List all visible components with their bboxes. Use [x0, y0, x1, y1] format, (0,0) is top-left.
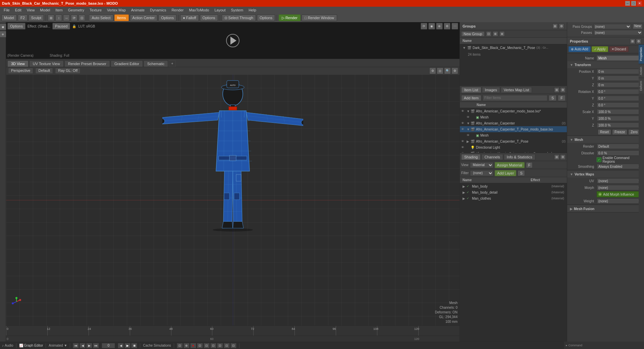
options-btn-1[interactable]: Options — [158, 14, 176, 21]
tab-schematic[interactable]: Schematic — [144, 60, 168, 67]
apply-btn[interactable]: ✓ Apply — [592, 46, 608, 52]
groups-settings-icon[interactable]: ⚙ — [559, 23, 564, 29]
auto-add-btn[interactable]: ⊕ Auto Add — [569, 46, 591, 52]
perspective-btn[interactable]: Perspective — [8, 68, 33, 74]
sh-check-0[interactable]: ✓ — [467, 185, 471, 188]
sh-check-2[interactable]: ✓ — [467, 197, 471, 200]
command-input[interactable] — [584, 344, 642, 347]
transport-6[interactable]: ⊡ — [210, 343, 216, 348]
falloff-btn[interactable]: ● Falloff — [180, 14, 199, 21]
il-settings-icon[interactable]: ⚙ — [560, 87, 566, 93]
maximize-button[interactable]: □ — [631, 1, 636, 6]
view-cube[interactable] — [11, 297, 21, 307]
groups-icon-1[interactable]: ⊡ — [486, 31, 491, 37]
options-btn-2[interactable]: Options — [200, 14, 218, 21]
items-btn[interactable]: Items — [114, 14, 129, 21]
frame-input[interactable] — [102, 343, 115, 348]
tab-render-preset[interactable]: Render Preset Browser — [64, 60, 110, 67]
zero-btn[interactable]: Zero — [628, 129, 640, 135]
eye-icon-5[interactable]: 👁 — [461, 140, 466, 143]
prop-morph-value[interactable]: (none) ▼ — [597, 185, 641, 190]
sh-expand-icon[interactable]: ⊞ — [554, 154, 559, 160]
il-expand-7[interactable]: ▼ — [467, 152, 470, 153]
animated-dropdown[interactable]: Animated ▼ — [49, 344, 67, 347]
timeline-ruler-2[interactable]: 0 60 120 — [6, 336, 460, 342]
il-f-btn[interactable]: F — [558, 95, 566, 101]
prop-smoothing-value[interactable]: Always Enabled ▼ — [597, 164, 641, 169]
tool-icon-4[interactable]: ⟳ — [71, 14, 77, 21]
sh-expand-2[interactable]: ▶ — [463, 197, 467, 200]
menu-system[interactable]: System — [228, 8, 246, 12]
add-morph-influence-btn[interactable]: + Add Morph Influence — [597, 191, 641, 197]
menu-help[interactable]: Help — [246, 8, 259, 12]
menu-view[interactable]: View — [24, 8, 37, 12]
item-list-tree[interactable]: 👁 ▼ 🎬 Afro_American_Carpenter_modo_base.… — [460, 108, 567, 153]
preview-play-button[interactable] — [226, 34, 239, 47]
pb-play-btn[interactable]: ▶ — [124, 343, 130, 348]
groups-icon-2[interactable]: ⊕ — [493, 31, 498, 37]
menu-model[interactable]: Model — [38, 8, 52, 12]
prop-render-value[interactable]: Default ▼ — [597, 144, 641, 149]
preview-icon-1[interactable]: ⟳ — [421, 23, 427, 30]
menu-geometry[interactable]: Geometry — [66, 8, 87, 12]
tab-images[interactable]: Images — [482, 87, 500, 93]
menu-file[interactable]: File — [1, 8, 12, 12]
assign-material-btn[interactable]: Assign Material — [495, 162, 525, 168]
vtab-action[interactable]: Action — [639, 64, 644, 78]
menu-animate[interactable]: Animate — [129, 8, 147, 12]
pass-groups-select[interactable]: (none) — [593, 24, 631, 29]
f2-tab[interactable]: F2 — [18, 14, 28, 21]
mesh-section-header[interactable]: ▼ Mesh — [567, 136, 644, 143]
il-expand-icon[interactable]: ⊞ — [554, 87, 559, 93]
sh-row-man-body[interactable]: ▶ ✓ Man_body (Material) — [460, 183, 567, 189]
tab-uv-texture[interactable]: UV Texture View — [29, 60, 64, 67]
eye-icon-0[interactable]: 👁 — [461, 109, 466, 113]
filter-items-input[interactable] — [483, 95, 547, 101]
sh-row-man-clothes[interactable]: ▶ ✓ Man_clothes (Material) — [460, 195, 567, 201]
groups-icon-3[interactable]: ⊗ — [499, 31, 505, 37]
prop-rot-y-value[interactable]: 0.0 ° ▸ — [597, 96, 641, 101]
add-layer-btn[interactable]: Add Layer — [495, 170, 516, 176]
assign-material-f-btn[interactable]: F — [526, 162, 533, 168]
transform-section-header[interactable]: ▼ Transform — [567, 61, 644, 68]
menu-dynamics[interactable]: Dynamics — [148, 8, 168, 12]
discard-btn[interactable]: ✕ Discard — [609, 46, 629, 52]
tab-channels[interactable]: Channels — [481, 154, 503, 160]
auto-select-btn[interactable]: Auto Select — [89, 14, 113, 21]
il-expand-0[interactable]: ▼ — [467, 109, 470, 113]
prop-dissolve-value[interactable]: 0.0 % — [597, 150, 641, 156]
sh-filter-select[interactable]: (none) — [470, 170, 493, 176]
il-row-2[interactable]: 👁 ▼ 🎬 Afro_American_Carpenter (2) — [460, 120, 567, 126]
raygl-btn[interactable]: Ray GL: Off — [55, 68, 80, 74]
select-through-btn[interactable]: ⊙ Select Through — [222, 14, 256, 21]
prop-uv-value[interactable]: (none) ▼ — [597, 178, 641, 184]
prop-scale-x-value[interactable]: 100.0 % ▸ — [597, 109, 641, 114]
options-label[interactable]: Options — [7, 23, 25, 30]
preview-icon-4[interactable]: ⚙ — [444, 23, 450, 30]
prop-name-value[interactable]: Mesh — [597, 55, 641, 61]
eye-icon-2[interactable]: 👁 — [461, 121, 466, 125]
tab-gradient-editor[interactable]: Gradient Editor — [111, 60, 143, 67]
enable-cmd-checkbox[interactable]: ✓ — [597, 157, 601, 162]
il-row-7[interactable]: 👁 ▼ 🎬 Afro_American_Man_in_Swimwear_Lyin… — [460, 150, 567, 153]
eye-icon-3[interactable]: 👁 — [461, 128, 466, 131]
tool-icon-2[interactable]: ↕ — [55, 14, 62, 21]
vp-icon-target[interactable]: ◎ — [437, 67, 443, 74]
preview-icon-5[interactable]: ⋯ — [451, 23, 458, 30]
sh-material-select[interactable]: Material — [470, 162, 493, 168]
il-expand-2[interactable]: ▼ — [467, 121, 470, 125]
tool-icon-5[interactable]: ⊡ — [78, 14, 85, 21]
eye-icon-1[interactable]: 👁 — [467, 115, 471, 119]
menu-item[interactable]: Item — [53, 8, 65, 12]
sh-expand-1[interactable]: ▶ — [463, 191, 467, 194]
vp-icon-menu[interactable]: ⚙ — [451, 67, 458, 74]
eye-icon-4[interactable]: 👁 — [467, 134, 471, 137]
tab-info-stats[interactable]: Info & Statistics — [504, 154, 535, 160]
pb-play-prev-btn[interactable]: ◀ — [118, 343, 124, 348]
menu-layout[interactable]: Layout — [212, 8, 228, 12]
sh-row-man-body-detail[interactable]: ▶ ✓ Man_body_detail (Material) — [460, 189, 567, 195]
pb-next-btn[interactable]: ▶ — [86, 343, 92, 348]
il-row-3[interactable]: 👁 ▼ 🎬 Afro_American_Carpenter_T_Pose_mod… — [460, 126, 567, 132]
prop-scale-y-value[interactable]: 100.0 % ▸ — [597, 116, 641, 121]
render-window-button[interactable]: □ Render Window — [302, 14, 337, 21]
